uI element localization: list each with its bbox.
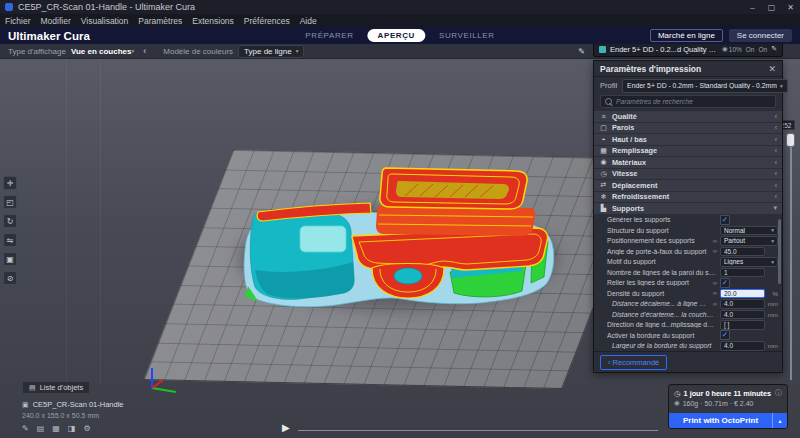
move-icon: ✛ xyxy=(7,179,14,188)
category-vitesse[interactable]: ◷Vitesse‹ xyxy=(594,169,782,180)
support-blocker-icon: ⊘ xyxy=(7,274,14,283)
deplacement-icon: ⇄ xyxy=(599,181,608,189)
chevron-icon: ‹ xyxy=(775,113,777,120)
settings-icon[interactable]: ⚙ xyxy=(83,424,90,433)
dropdown[interactable]: Normal▾ xyxy=(720,226,778,236)
split-icon[interactable]: ◨ xyxy=(68,424,76,433)
window-titlebar: CE5P_CR-Scan 01-Handle - Ultimaker Cura … xyxy=(0,0,800,14)
app-header: Ultimaker Cura PRÉPARERAPERÇUSURVEILLER … xyxy=(0,27,800,44)
value-field[interactable]: [ ] xyxy=(720,320,765,330)
value-field[interactable]: 4.0 xyxy=(720,310,765,320)
menu-fichier[interactable]: Fichier xyxy=(0,16,36,26)
printer-icon xyxy=(599,46,606,53)
field-value: 4.0 xyxy=(724,342,733,349)
layout-icon[interactable]: ▤ xyxy=(37,424,45,433)
setting-label: Positionnement des supports xyxy=(607,237,710,244)
dropdown[interactable]: Partout▾ xyxy=(720,236,778,246)
search-placeholder: Paramètres de recherche xyxy=(616,98,693,105)
build-plate xyxy=(143,149,652,389)
print-button[interactable]: Print with OctoPrint ▴ xyxy=(669,413,787,428)
checkbox[interactable]: ✓ xyxy=(720,215,730,225)
category-supports[interactable]: ▙Supports▾ xyxy=(594,203,782,214)
tab-surveiller[interactable]: SURVEILLER xyxy=(439,31,495,40)
per-model-settings-icon: ▣ xyxy=(6,255,14,264)
support-blocker-tool[interactable]: ⊘ xyxy=(3,271,17,285)
marketplace-button[interactable]: Marché en ligne xyxy=(650,29,723,42)
minimize-button[interactable]: – xyxy=(743,3,762,12)
grid-icon[interactable]: ▦ xyxy=(52,424,60,433)
rotate-icon: ↻ xyxy=(7,217,14,226)
category-materiaux[interactable]: ◉Matériaux‹ xyxy=(594,157,782,168)
value-field[interactable]: 45.0 xyxy=(720,247,765,257)
layer-slider-handle[interactable] xyxy=(786,133,795,147)
checkbox[interactable]: ✓ xyxy=(720,278,730,288)
object-list-toggle[interactable]: ▤ Liste d'objets xyxy=(22,381,90,394)
per-model-settings-tool[interactable]: ▣ xyxy=(3,252,17,266)
category-haut-bas[interactable]: ◓Haut / bas‹ xyxy=(594,134,782,145)
value-field[interactable]: 20.0 xyxy=(720,289,765,299)
menu-visualisation[interactable]: Visualisation xyxy=(76,16,134,26)
spool-icon: ◉ xyxy=(722,45,728,53)
setting-control: 4.0mm xyxy=(720,341,778,351)
link-icon: ∞ xyxy=(713,238,717,244)
pencil-icon[interactable]: ✎ xyxy=(578,47,585,56)
profile-dropdown[interactable]: Ender 5+ DD - 0.2mm - Standard Quality -… xyxy=(622,79,788,93)
play-icon[interactable]: ▶ xyxy=(282,422,290,433)
close-icon[interactable]: ✕ xyxy=(768,64,776,74)
setting-row: Structure du supportNormal▾ xyxy=(594,225,782,236)
menu-extensions[interactable]: Extensions xyxy=(187,16,239,26)
info-icon[interactable]: ⓘ xyxy=(775,388,782,398)
object-row[interactable]: ▣ CE5P_CR-Scan 01-Handle xyxy=(22,400,124,409)
recommended-mode-button[interactable]: ‹ Recommandé xyxy=(600,355,667,370)
chevron-down-icon: ▾ xyxy=(771,259,774,265)
category-parois[interactable]: ▢Parois‹ xyxy=(594,123,782,134)
value-field[interactable]: 1 xyxy=(720,268,765,278)
chevron-icon: ‹ xyxy=(775,147,777,154)
setting-label: Distance d'écarteme... la couche initial… xyxy=(607,311,717,318)
category-label: Supports xyxy=(612,204,769,213)
value-field[interactable]: 4.0 xyxy=(720,299,765,309)
setting-label: Structure du support xyxy=(607,227,717,234)
rotate-tool[interactable]: ↻ xyxy=(3,214,17,228)
maximize-button[interactable]: ▢ xyxy=(762,3,781,12)
category-deplacement[interactable]: ⇄Déplacement‹ xyxy=(594,180,782,191)
scrollbar[interactable] xyxy=(778,219,781,284)
menu-aide[interactable]: Aide xyxy=(295,16,322,26)
close-button[interactable]: ✕ xyxy=(781,3,800,12)
collapse-icon[interactable]: ‹ xyxy=(143,46,146,56)
chevron-down-icon: ▾ xyxy=(780,83,783,89)
layer-slider[interactable] xyxy=(790,134,792,380)
category-remplissage[interactable]: ▦Remplissage‹ xyxy=(594,146,782,157)
menu-bar: FichierModifierVisualisationParamètresEx… xyxy=(0,14,800,27)
tab-apercu[interactable]: APERÇU xyxy=(368,29,425,42)
edit-icon[interactable]: ✎ xyxy=(22,424,29,433)
menu-preferences[interactable]: Préférences xyxy=(239,16,295,26)
chevron-icon: ▾ xyxy=(773,204,777,212)
settings-search-input[interactable]: Paramètres de recherche xyxy=(600,95,776,108)
menu-modifier[interactable]: Modifier xyxy=(36,16,76,26)
checkbox[interactable]: ✓ xyxy=(720,330,730,340)
color-scheme-dropdown[interactable]: Type de ligne ▾ xyxy=(238,45,304,58)
setting-control: 45.0 xyxy=(720,247,778,257)
chevron-icon: ‹ xyxy=(775,193,777,200)
menu-parametres[interactable]: Paramètres xyxy=(133,16,187,26)
dropdown[interactable]: Lignes▾ xyxy=(720,257,778,267)
vitesse-icon: ◷ xyxy=(599,170,608,178)
move-tool[interactable]: ✛ xyxy=(3,176,17,190)
category-refroidissement[interactable]: ❄Refroidissement‹ xyxy=(594,192,782,203)
tab-preparer[interactable]: PRÉPARER xyxy=(305,31,353,40)
value-field[interactable]: 4.0 xyxy=(720,341,765,351)
sign-in-button[interactable]: Se connecter xyxy=(729,29,792,42)
category-qualite[interactable]: ≡Qualité‹ xyxy=(594,111,782,122)
field-value: [ ] xyxy=(724,321,729,328)
mirror-tool[interactable]: ⇋ xyxy=(3,233,17,247)
chevron-up-icon[interactable]: ▴ xyxy=(773,417,787,424)
simulation-scrubber[interactable] xyxy=(298,430,658,431)
scale-tool[interactable]: ◰ xyxy=(3,195,17,209)
view-type-dropdown[interactable]: Vue en couches xyxy=(71,47,132,56)
extruder-2-state: On xyxy=(758,46,767,53)
chevron-icon: ‹ xyxy=(775,136,777,143)
unit-label: % xyxy=(767,290,778,297)
pencil-icon[interactable]: ✎ xyxy=(771,45,777,53)
materiaux-icon: ◉ xyxy=(599,158,608,166)
